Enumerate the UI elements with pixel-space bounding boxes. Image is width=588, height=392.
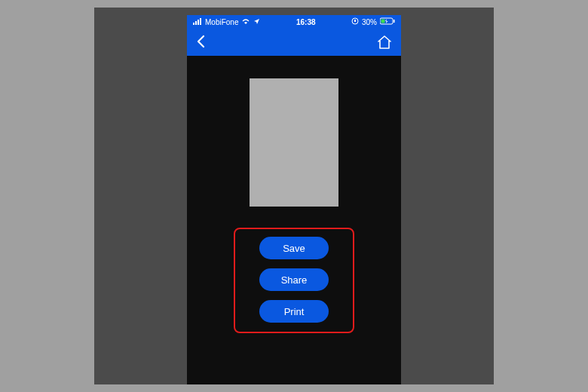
battery-icon	[380, 17, 395, 26]
svg-rect-0	[193, 23, 194, 25]
content-area: Save Share Print	[187, 56, 401, 333]
back-button[interactable]	[196, 35, 205, 51]
status-bar: MobiFone 16:38 30%	[187, 15, 401, 29]
signal-icon	[193, 18, 202, 26]
print-button[interactable]: Print	[259, 300, 329, 323]
orientation-lock-icon	[351, 17, 359, 26]
svg-rect-1	[195, 21, 197, 25]
phone-screen: MobiFone 16:38 30%	[187, 15, 401, 384]
svg-rect-3	[200, 18, 201, 25]
nav-bar	[187, 29, 401, 56]
wifi-icon	[241, 18, 250, 26]
share-button[interactable]: Share	[259, 268, 329, 291]
battery-label: 30%	[362, 18, 377, 26]
document-preview[interactable]	[250, 78, 338, 207]
status-left: MobiFone	[193, 18, 260, 26]
print-button-label: Print	[284, 306, 305, 317]
svg-rect-5	[354, 20, 356, 22]
location-icon	[253, 18, 260, 26]
svg-rect-8	[394, 20, 395, 23]
share-button-label: Share	[281, 274, 308, 286]
status-time: 16:38	[296, 18, 316, 26]
svg-rect-7	[381, 20, 385, 23]
save-button[interactable]: Save	[259, 237, 329, 259]
home-button[interactable]	[377, 35, 392, 49]
carrier-label: MobiFone	[205, 18, 238, 26]
svg-rect-2	[198, 20, 199, 25]
save-button-label: Save	[283, 243, 305, 254]
status-right: 30%	[351, 17, 395, 26]
action-button-group: Save Share Print	[234, 228, 354, 333]
outer-frame: MobiFone 16:38 30%	[94, 8, 494, 384]
